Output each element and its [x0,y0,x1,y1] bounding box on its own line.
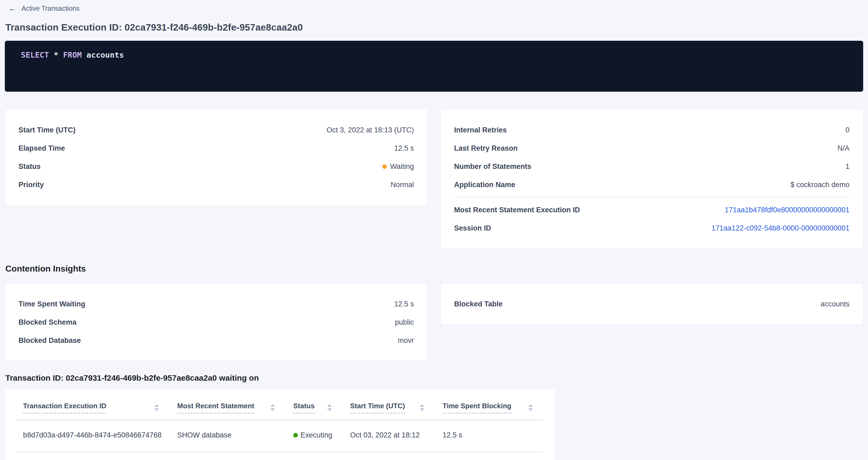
elapsed-time-row: Elapsed Time 12.5 s [19,139,414,157]
last-retry-reason-row: Last Retry Reason N/A [454,139,849,157]
sort-icon [420,404,424,411]
statement-execution-id-row: Most Recent Statement Execution ID 171aa… [454,201,849,219]
column-label: Status [293,402,314,413]
start-time-value: Oct 3, 2022 at 18:13 (UTC) [327,125,414,134]
status-row: Status Waiting [19,157,414,176]
column-header-start-time[interactable]: Start Time (UTC) [343,390,435,420]
sort-icon [154,404,159,411]
sql-statement-box: SELECT * FROM accounts [5,41,863,92]
sql-text: accounts [82,51,124,60]
contention-left-card: Time Spent Waiting 12.5 s Blocked Schema… [5,283,428,361]
statement-execution-id-label: Most Recent Statement Execution ID [454,205,580,214]
cell-most-recent-statement: SHOW database [170,420,286,452]
status-value: Waiting [382,162,414,171]
page-title: Transaction Execution ID: 02ca7931-f246-… [5,22,863,33]
contention-insights-heading: Contention Insights [5,264,863,274]
arrow-left-icon: ← [8,4,17,12]
card-divider [454,197,849,197]
sql-text: * [49,51,63,60]
sql-keyword: FROM [63,51,82,60]
session-id-link[interactable]: 171aa122-c092-54b8-0000-000000000001 [711,223,849,233]
elapsed-time-value: 12.5 s [394,144,414,153]
column-label: Start Time (UTC) [350,402,405,413]
time-spent-waiting-row: Time Spent Waiting 12.5 s [19,295,414,313]
cell-start-time: Oct 03, 2022 at 18:12 [343,420,435,452]
blocked-schema-value: public [395,318,414,327]
table-row: b8d7d03a-d497-446b-8474-e50846674768 SHO… [16,420,544,452]
status-label: Status [19,162,41,171]
overview-card: Start Time (UTC) Oct 3, 2022 at 18:13 (U… [5,110,428,205]
sort-icon [528,404,533,411]
blocked-table-row: Blocked Table accounts [454,295,849,313]
internal-retries-value: 0 [845,125,849,134]
cell-time-spent-blocking: 12.5 s [435,420,544,452]
number-of-statements-row: Number of Statements 1 [454,157,849,176]
column-label: Time Spent Blocking [442,402,512,413]
contention-right-card: Blocked Table accounts [440,283,863,325]
last-retry-reason-value: N/A [837,144,849,153]
contention-cards-row: Time Spent Waiting 12.5 s Blocked Schema… [5,283,863,361]
cell-status-text: Executing [301,431,332,439]
column-label: Transaction Execution ID [23,402,106,413]
application-name-label: Application Name [454,180,515,189]
blocked-database-label: Blocked Database [19,336,81,345]
cell-status: Executing [286,420,343,452]
column-header-status[interactable]: Status [286,390,343,420]
time-spent-waiting-label: Time Spent Waiting [19,300,85,309]
back-link-label: Active Transactions [22,5,80,12]
last-retry-reason-label: Last Retry Reason [454,144,518,153]
priority-label: Priority [19,180,44,189]
internal-retries-row: Internal Retries 0 [454,121,849,139]
details-card: Internal Retries 0 Last Retry Reason N/A… [440,110,863,249]
blocked-table-value: accounts [820,300,849,309]
session-id-label: Session ID [454,223,491,233]
column-header-time-spent-blocking[interactable]: Time Spent Blocking [435,390,544,420]
blocked-schema-label: Blocked Schema [19,318,76,327]
summary-cards-row: Start Time (UTC) Oct 3, 2022 at 18:13 (U… [5,110,863,249]
back-link[interactable]: ← Active Transactions [5,3,863,12]
status-waiting-dot-icon [382,164,387,169]
blocked-database-row: Blocked Database movr [19,331,414,349]
transaction-details-page: ← Active Transactions Transaction Execut… [0,0,868,460]
elapsed-time-label: Elapsed Time [19,144,65,153]
internal-retries-label: Internal Retries [454,125,507,134]
column-header-transaction-execution-id[interactable]: Transaction Execution ID [16,390,170,420]
sort-icon [327,404,332,411]
blocked-schema-row: Blocked Schema public [19,313,414,331]
table-header-row: Transaction Execution ID Most Recent Sta… [16,390,544,420]
sql-keyword: SELECT [21,51,49,60]
column-header-most-recent-statement[interactable]: Most Recent Statement [170,390,286,420]
blocked-database-value: movr [398,336,414,345]
start-time-row: Start Time (UTC) Oct 3, 2022 at 18:13 (U… [19,121,414,139]
application-name-row: Application Name $ cockroach demo [454,176,849,194]
priority-row: Priority Normal [19,176,414,194]
application-name-value: $ cockroach demo [790,180,849,189]
statement-execution-id-link[interactable]: 171aa1b478fdf0e80000000000000001 [725,205,850,214]
time-spent-waiting-value: 12.5 s [394,300,414,309]
start-time-label: Start Time (UTC) [19,125,75,134]
blocked-table-label: Blocked Table [454,300,503,309]
waiting-on-heading: Transaction ID: 02ca7931-f246-469b-b2fe-… [5,373,863,382]
session-id-row: Session ID 171aa122-c092-54b8-0000-00000… [454,219,849,237]
waiting-on-table: Transaction Execution ID Most Recent Sta… [5,390,554,460]
sql-statement: SELECT * FROM accounts [21,51,124,60]
sort-icon [270,404,275,411]
number-of-statements-value: 1 [845,162,849,171]
column-label: Most Recent Statement [177,402,254,413]
status-executing-dot-icon [293,433,298,437]
priority-value: Normal [391,180,414,189]
cell-transaction-execution-id: b8d7d03a-d497-446b-8474-e50846674768 [16,420,170,452]
status-text: Waiting [390,162,414,171]
number-of-statements-label: Number of Statements [454,162,531,171]
